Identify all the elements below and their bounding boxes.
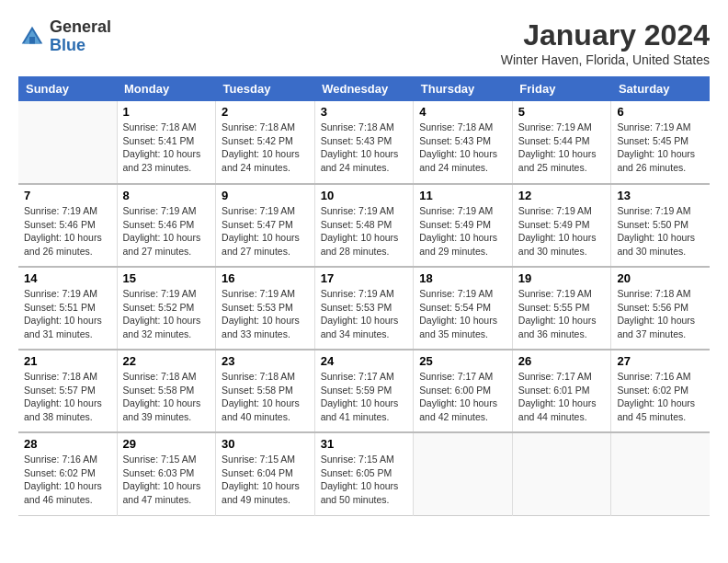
- calendar-week-row: 1Sunrise: 7:18 AMSunset: 5:41 PMDaylight…: [18, 101, 710, 184]
- calendar-day-cell: 11Sunrise: 7:19 AMSunset: 5:49 PMDayligh…: [414, 184, 513, 267]
- day-info: Sunrise: 7:19 AMSunset: 5:51 PMDaylight:…: [24, 287, 111, 341]
- day-number: 22: [123, 354, 210, 368]
- calendar-day-cell: 1Sunrise: 7:18 AMSunset: 5:41 PMDaylight…: [117, 101, 216, 184]
- calendar-day-cell: 29Sunrise: 7:15 AMSunset: 6:03 PMDayligh…: [117, 432, 216, 515]
- day-number: 9: [222, 189, 309, 202]
- day-info: Sunrise: 7:19 AMSunset: 5:52 PMDaylight:…: [123, 287, 210, 341]
- calendar-day-cell: 20Sunrise: 7:18 AMSunset: 5:56 PMDayligh…: [611, 267, 710, 350]
- day-number: 12: [518, 189, 606, 202]
- calendar-body: 1Sunrise: 7:18 AMSunset: 5:41 PMDaylight…: [18, 101, 710, 515]
- day-info: Sunrise: 7:18 AMSunset: 5:57 PMDaylight:…: [24, 370, 111, 424]
- day-info: Sunrise: 7:19 AMSunset: 5:47 PMDaylight:…: [222, 204, 309, 259]
- header-day: Friday: [512, 76, 611, 101]
- day-number: 13: [617, 189, 704, 202]
- calendar-day-cell: 31Sunrise: 7:15 AMSunset: 6:05 PMDayligh…: [314, 432, 414, 515]
- calendar-day-cell: 15Sunrise: 7:19 AMSunset: 5:52 PMDayligh…: [117, 267, 216, 350]
- day-number: 30: [222, 437, 309, 451]
- location: Winter Haven, Florida, United States: [501, 52, 710, 67]
- day-info: Sunrise: 7:18 AMSunset: 5:58 PMDaylight:…: [123, 370, 210, 424]
- day-number: 6: [617, 105, 704, 119]
- day-info: Sunrise: 7:19 AMSunset: 5:53 PMDaylight:…: [321, 287, 408, 341]
- day-info: Sunrise: 7:19 AMSunset: 5:46 PMDaylight:…: [123, 204, 210, 259]
- month-title: January 2024: [501, 18, 710, 52]
- day-info: Sunrise: 7:18 AMSunset: 5:58 PMDaylight:…: [222, 370, 309, 424]
- calendar-day-cell: 8Sunrise: 7:19 AMSunset: 5:46 PMDaylight…: [117, 184, 216, 267]
- title-block: January 2024 Winter Haven, Florida, Unit…: [501, 18, 710, 67]
- day-info: Sunrise: 7:19 AMSunset: 5:49 PMDaylight:…: [419, 204, 506, 259]
- calendar-header: SundayMondayTuesdayWednesdayThursdayFrid…: [18, 76, 710, 101]
- calendar-week-row: 14Sunrise: 7:19 AMSunset: 5:51 PMDayligh…: [18, 267, 710, 350]
- day-info: Sunrise: 7:18 AMSunset: 5:43 PMDaylight:…: [321, 121, 408, 175]
- calendar-day-cell: 22Sunrise: 7:18 AMSunset: 5:58 PMDayligh…: [117, 350, 216, 432]
- day-info: Sunrise: 7:18 AMSunset: 5:41 PMDaylight:…: [123, 121, 210, 175]
- day-number: 23: [222, 354, 309, 368]
- calendar-day-cell: 25Sunrise: 7:17 AMSunset: 6:00 PMDayligh…: [414, 350, 513, 432]
- day-number: 27: [617, 354, 704, 368]
- day-number: 21: [24, 354, 111, 368]
- day-info: Sunrise: 7:17 AMSunset: 5:59 PMDaylight:…: [321, 370, 408, 424]
- calendar-table: SundayMondayTuesdayWednesdayThursdayFrid…: [18, 76, 710, 516]
- calendar-day-cell: 28Sunrise: 7:16 AMSunset: 6:02 PMDayligh…: [18, 432, 117, 515]
- calendar-day-cell: 27Sunrise: 7:16 AMSunset: 6:02 PMDayligh…: [611, 350, 710, 432]
- logo-icon: [18, 23, 46, 51]
- day-info: Sunrise: 7:17 AMSunset: 6:00 PMDaylight:…: [419, 370, 506, 424]
- calendar-day-cell: 12Sunrise: 7:19 AMSunset: 5:49 PMDayligh…: [512, 184, 611, 267]
- day-number: 4: [419, 105, 506, 119]
- day-number: 20: [617, 271, 704, 285]
- calendar-day-cell: 24Sunrise: 7:17 AMSunset: 5:59 PMDayligh…: [314, 350, 414, 432]
- calendar-day-cell: 17Sunrise: 7:19 AMSunset: 5:53 PMDayligh…: [314, 267, 414, 350]
- day-number: 16: [222, 271, 309, 285]
- day-info: Sunrise: 7:15 AMSunset: 6:05 PMDaylight:…: [321, 453, 408, 507]
- day-number: 8: [123, 189, 210, 202]
- calendar-day-cell: 18Sunrise: 7:19 AMSunset: 5:54 PMDayligh…: [414, 267, 513, 350]
- calendar-day-cell: 19Sunrise: 7:19 AMSunset: 5:55 PMDayligh…: [512, 267, 611, 350]
- calendar-day-cell: 16Sunrise: 7:19 AMSunset: 5:53 PMDayligh…: [216, 267, 315, 350]
- day-info: Sunrise: 7:18 AMSunset: 5:42 PMDaylight:…: [222, 121, 309, 175]
- calendar-day-cell: 4Sunrise: 7:18 AMSunset: 5:43 PMDaylight…: [414, 101, 513, 184]
- day-info: Sunrise: 7:15 AMSunset: 6:03 PMDaylight:…: [123, 453, 210, 507]
- day-number: 7: [24, 189, 111, 202]
- header-day: Monday: [117, 76, 216, 101]
- day-info: Sunrise: 7:19 AMSunset: 5:55 PMDaylight:…: [518, 287, 606, 341]
- header-day: Sunday: [18, 76, 117, 101]
- day-info: Sunrise: 7:19 AMSunset: 5:48 PMDaylight:…: [321, 204, 408, 259]
- logo-blue: Blue: [50, 37, 111, 55]
- day-number: 24: [321, 354, 408, 368]
- day-info: Sunrise: 7:16 AMSunset: 6:02 PMDaylight:…: [24, 453, 111, 507]
- day-number: 3: [321, 105, 408, 119]
- day-info: Sunrise: 7:18 AMSunset: 5:56 PMDaylight:…: [617, 287, 704, 341]
- calendar-day-cell: [18, 101, 117, 184]
- calendar-day-cell: 10Sunrise: 7:19 AMSunset: 5:48 PMDayligh…: [314, 184, 414, 267]
- calendar-day-cell: 21Sunrise: 7:18 AMSunset: 5:57 PMDayligh…: [18, 350, 117, 432]
- day-number: 11: [419, 189, 506, 202]
- day-info: Sunrise: 7:18 AMSunset: 5:43 PMDaylight:…: [419, 121, 506, 175]
- header-day: Thursday: [414, 76, 513, 101]
- day-info: Sunrise: 7:19 AMSunset: 5:45 PMDaylight:…: [617, 121, 704, 175]
- calendar-day-cell: 7Sunrise: 7:19 AMSunset: 5:46 PMDaylight…: [18, 184, 117, 267]
- day-number: 29: [123, 437, 210, 451]
- calendar-day-cell: [512, 432, 611, 515]
- day-info: Sunrise: 7:19 AMSunset: 5:50 PMDaylight:…: [617, 204, 704, 259]
- calendar-day-cell: 9Sunrise: 7:19 AMSunset: 5:47 PMDaylight…: [216, 184, 315, 267]
- day-number: 5: [518, 105, 606, 119]
- svg-rect-2: [29, 37, 35, 44]
- calendar-day-cell: 26Sunrise: 7:17 AMSunset: 6:01 PMDayligh…: [512, 350, 611, 432]
- day-number: 31: [321, 437, 408, 451]
- calendar-day-cell: 13Sunrise: 7:19 AMSunset: 5:50 PMDayligh…: [611, 184, 710, 267]
- day-info: Sunrise: 7:17 AMSunset: 6:01 PMDaylight:…: [518, 370, 606, 424]
- day-number: 14: [24, 271, 111, 285]
- day-number: 28: [24, 437, 111, 451]
- page-header: General Blue January 2024 Winter Haven, …: [18, 18, 710, 67]
- calendar-week-row: 7Sunrise: 7:19 AMSunset: 5:46 PMDaylight…: [18, 184, 710, 267]
- calendar-day-cell: [414, 432, 513, 515]
- header-day: Saturday: [611, 76, 710, 101]
- calendar-day-cell: 30Sunrise: 7:15 AMSunset: 6:04 PMDayligh…: [216, 432, 315, 515]
- day-info: Sunrise: 7:19 AMSunset: 5:53 PMDaylight:…: [222, 287, 309, 341]
- day-info: Sunrise: 7:19 AMSunset: 5:49 PMDaylight:…: [518, 204, 606, 259]
- day-info: Sunrise: 7:19 AMSunset: 5:54 PMDaylight:…: [419, 287, 506, 341]
- calendar-day-cell: 14Sunrise: 7:19 AMSunset: 5:51 PMDayligh…: [18, 267, 117, 350]
- day-number: 26: [518, 354, 606, 368]
- calendar-day-cell: 23Sunrise: 7:18 AMSunset: 5:58 PMDayligh…: [216, 350, 315, 432]
- calendar-week-row: 28Sunrise: 7:16 AMSunset: 6:02 PMDayligh…: [18, 432, 710, 515]
- day-number: 18: [419, 271, 506, 285]
